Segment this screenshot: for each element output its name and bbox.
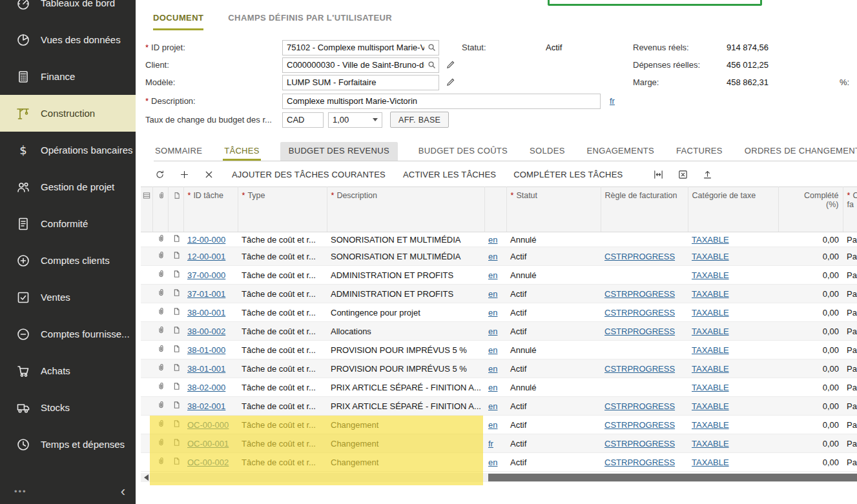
- billing-rule-link[interactable]: CSTRPROGRESS: [604, 401, 675, 411]
- tax-category-link[interactable]: TAXABLE: [692, 364, 729, 374]
- note-icon[interactable]: [172, 363, 181, 372]
- billing-rule-link[interactable]: CSTRPROGRESS: [604, 420, 675, 430]
- grid-settings-icon[interactable]: [141, 187, 152, 232]
- paperclip-icon[interactable]: [156, 381, 166, 391]
- paperclip-icon[interactable]: [156, 419, 166, 428]
- toolbar-button-activer-les-t-ches[interactable]: ACTIVER LES TÂCHES: [403, 170, 496, 179]
- translation-link[interactable]: en: [488, 308, 497, 318]
- modele-input[interactable]: [282, 75, 439, 90]
- task-id-link[interactable]: 37-00-000: [187, 270, 225, 280]
- billing-rule-link[interactable]: CSTRPROGRESS: [604, 327, 675, 336]
- paperclip-icon[interactable]: [156, 344, 166, 354]
- tab-budget-des-co-ts[interactable]: BUDGET DES COÛTS: [417, 142, 509, 161]
- translation-link[interactable]: en: [488, 458, 497, 467]
- translation-link[interactable]: en: [488, 383, 497, 392]
- paperclip-icon[interactable]: [156, 234, 166, 243]
- delete-row-icon[interactable]: [203, 169, 214, 180]
- note-icon[interactable]: [172, 381, 181, 391]
- col-header-taxe[interactable]: Catégorie de taxe: [688, 187, 778, 232]
- sidebar-item-temps-et-d-penses[interactable]: Temps et dépenses: [0, 426, 136, 463]
- green-button-fragment[interactable]: [548, 0, 762, 6]
- paperclip-icon[interactable]: [156, 438, 166, 447]
- export-excel-icon[interactable]: [677, 169, 688, 180]
- task-id-link[interactable]: 38-01-001: [187, 364, 225, 374]
- note-icon[interactable]: [172, 438, 181, 447]
- task-id-link[interactable]: OC-00-001: [187, 439, 229, 449]
- note-icon[interactable]: [172, 419, 181, 428]
- task-id-link[interactable]: 38-00-001: [187, 308, 225, 318]
- task-id-link[interactable]: 37-01-001: [187, 289, 225, 299]
- scroll-left-button[interactable]: [141, 473, 151, 482]
- tab-champs-d-finis-par-l-utilisateur[interactable]: CHAMPS DÉFINIS PAR L'UTILISATEUR: [228, 13, 392, 30]
- tax-category-link[interactable]: TAXABLE: [692, 458, 729, 467]
- col-header-statut[interactable]: *Statut: [506, 187, 601, 232]
- col-header-extra[interactable]: *Ofa: [843, 187, 857, 232]
- task-id-link[interactable]: 12-00-000: [187, 235, 225, 245]
- edit-client-icon[interactable]: [445, 59, 456, 70]
- tax-category-link[interactable]: TAXABLE: [692, 420, 729, 430]
- sidebar-item-op-rations-bancaires[interactable]: $ Opérations bancaires: [0, 132, 136, 168]
- sidebar-item-conformit-[interactable]: Conformité: [0, 205, 136, 242]
- sidebar-item-vues-des-donn-es[interactable]: Vues des données: [0, 21, 136, 58]
- description-input[interactable]: [282, 94, 601, 109]
- tax-category-link[interactable]: TAXABLE: [692, 252, 729, 261]
- billing-rule-link[interactable]: CSTRPROGRESS: [604, 289, 675, 299]
- task-id-link[interactable]: OC-00-000: [187, 420, 229, 430]
- tax-category-link[interactable]: TAXABLE: [692, 345, 729, 355]
- toolbar-button-compl-ter-les-t-ches[interactable]: COMPLÉTER LES TÂCHES: [513, 170, 623, 179]
- col-header-regle[interactable]: Règle de facturation: [601, 187, 688, 232]
- paperclip-icon[interactable]: [156, 250, 166, 260]
- currency-field[interactable]: CAD: [282, 112, 324, 128]
- billing-rule-link[interactable]: CSTRPROGRESS: [604, 252, 675, 261]
- sidebar-item-ventes[interactable]: Ventes: [0, 279, 136, 316]
- aff-base-button[interactable]: AFF. BASE: [390, 112, 449, 128]
- toolbar-button-ajouter-des-t-ches-courantes[interactable]: AJOUTER DES TÂCHES COURANTES: [232, 170, 386, 179]
- translation-link[interactable]: en: [488, 327, 497, 336]
- paperclip-icon[interactable]: [156, 269, 166, 279]
- more-menu-button[interactable]: •••: [14, 487, 27, 496]
- paperclip-icon[interactable]: [156, 307, 166, 316]
- paperclip-icon[interactable]: [156, 456, 166, 466]
- paperclip-icon[interactable]: [156, 363, 166, 372]
- description-language-link[interactable]: fr: [610, 96, 615, 106]
- add-row-icon[interactable]: [179, 169, 190, 180]
- tax-category-link[interactable]: TAXABLE: [692, 308, 729, 318]
- sidebar-item-gestion-de-projet[interactable]: Gestion de projet: [0, 168, 136, 205]
- paperclip-icon[interactable]: [156, 288, 166, 297]
- search-icon[interactable]: [427, 43, 437, 52]
- task-id-link[interactable]: 38-02-000: [187, 383, 225, 392]
- translation-link[interactable]: en: [488, 420, 497, 430]
- paperclip-column-header[interactable]: [152, 187, 168, 232]
- sidebar-item-comptes-fournisse-[interactable]: Comptes fournisse...: [0, 316, 136, 352]
- horizontal-scrollbar[interactable]: [141, 473, 857, 482]
- tax-category-link[interactable]: TAXABLE: [692, 270, 729, 280]
- sidebar-item-comptes-clients[interactable]: Comptes clients: [0, 242, 136, 279]
- note-icon[interactable]: [172, 307, 181, 316]
- note-icon[interactable]: [172, 325, 181, 335]
- sidebar-item-achats[interactable]: Achats: [0, 352, 136, 389]
- sidebar-item-construction[interactable]: Construction: [0, 95, 136, 132]
- billing-rule-link[interactable]: CSTRPROGRESS: [604, 364, 675, 374]
- sidebar-item-tableaux-de-bord[interactable]: Tableaux de bord: [0, 0, 136, 21]
- translation-link[interactable]: fr: [488, 439, 493, 449]
- tab-t-ches[interactable]: TÂCHES: [223, 142, 261, 161]
- refresh-icon[interactable]: [154, 169, 165, 180]
- billing-rule-link[interactable]: CSTRPROGRESS: [604, 308, 675, 318]
- task-id-link[interactable]: 38-01-000: [187, 345, 225, 355]
- tax-category-link[interactable]: TAXABLE: [692, 289, 729, 299]
- note-icon[interactable]: [172, 288, 181, 297]
- tab-budget-des-revenus[interactable]: BUDGET DES REVENUS: [280, 142, 398, 161]
- col-header-type[interactable]: *Type: [238, 187, 327, 232]
- tax-category-link[interactable]: TAXABLE: [692, 327, 729, 336]
- tax-category-link[interactable]: TAXABLE: [692, 401, 729, 411]
- billing-rule-link[interactable]: CSTRPROGRESS: [604, 458, 675, 467]
- id-projet-input[interactable]: [282, 40, 439, 55]
- sidebar-item-stocks[interactable]: Stocks: [0, 389, 136, 426]
- paperclip-icon[interactable]: [156, 400, 166, 410]
- fit-width-icon[interactable]: [653, 169, 664, 180]
- tax-category-link[interactable]: TAXABLE: [692, 235, 729, 245]
- col-header-id[interactable]: *ID tâche: [183, 187, 238, 232]
- scrollbar-thumb[interactable]: [488, 474, 857, 481]
- tax-category-link[interactable]: TAXABLE: [692, 383, 729, 392]
- search-icon[interactable]: [427, 60, 437, 70]
